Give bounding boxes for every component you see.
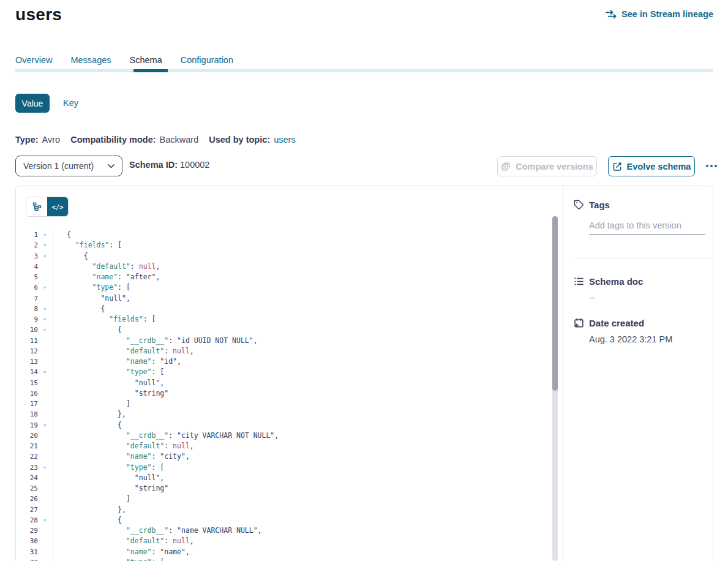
compare-versions-label: Compare versions — [516, 162, 593, 171]
evolve-schema-icon — [612, 162, 622, 171]
gutter-line: 3▾ — [16, 251, 53, 262]
tab-overview[interactable]: Overview — [15, 55, 52, 70]
fold-icon[interactable]: ▾ — [38, 254, 51, 259]
schema-doc-value: -- — [589, 293, 595, 303]
gutter: 1▾2▾3▾456▾78▾9▾10▾11121314▾1516171819▾20… — [16, 230, 53, 561]
tab-schema[interactable]: Schema — [130, 55, 162, 70]
code-line[interactable]: "null", — [54, 293, 700, 304]
line-number: 4 — [16, 263, 38, 271]
line-number: 13 — [16, 358, 38, 366]
code-line[interactable]: "type": [ — [54, 462, 700, 473]
evolve-schema-button[interactable]: Evolve schema — [608, 156, 695, 176]
code-view-button[interactable]: </> — [47, 197, 68, 216]
fold-icon[interactable]: ▾ — [38, 518, 51, 523]
compare-versions-button[interactable]: Compare versions — [497, 156, 597, 176]
key-toggle-link[interactable]: Key — [63, 98, 78, 108]
fold-icon[interactable]: ▾ — [38, 327, 51, 333]
version-select[interactable]: Version 1 (current) — [15, 156, 122, 176]
code-line[interactable]: "type": [ — [54, 557, 700, 561]
line-number: 8 — [16, 305, 38, 313]
code-line[interactable]: "__crdb__": "name VARCHAR NULL", — [54, 525, 700, 536]
line-number: 21 — [16, 442, 38, 450]
code-line[interactable]: { — [54, 251, 700, 262]
topic-label: Used by topic: — [209, 135, 270, 145]
code-line[interactable]: "null", — [54, 378, 700, 388]
code-line[interactable]: { — [54, 304, 700, 314]
view-toggle-group: </> — [26, 197, 69, 217]
line-number: 12 — [16, 347, 38, 355]
line-number: 15 — [16, 379, 38, 387]
code-line[interactable]: "name": "city", — [54, 451, 700, 462]
line-number: 17 — [16, 400, 38, 408]
fold-icon[interactable]: ▾ — [38, 369, 51, 375]
code-line[interactable]: { — [54, 420, 700, 431]
schema-doc-title: Schema doc — [589, 276, 643, 287]
gutter-line: 19▾ — [16, 420, 53, 431]
gutter-line: 8▾ — [16, 304, 53, 314]
gutter-line: 27 — [16, 505, 53, 515]
tags-input[interactable] — [589, 219, 705, 235]
line-number: 31 — [16, 548, 38, 556]
fold-icon[interactable]: ▾ — [38, 306, 51, 312]
code-line[interactable]: "name": "id", — [54, 356, 700, 367]
code-line[interactable]: }, — [54, 505, 700, 515]
editor-scrollbar-thumb[interactable] — [552, 216, 558, 391]
line-number: 9 — [16, 315, 38, 323]
fold-icon[interactable]: ▾ — [38, 232, 51, 238]
code-line[interactable]: ] — [54, 494, 700, 504]
fold-icon[interactable]: ▾ — [38, 243, 51, 248]
gutter-line: 11 — [16, 336, 53, 346]
fold-icon[interactable]: ▾ — [38, 423, 51, 428]
fold-icon[interactable]: ▾ — [38, 317, 51, 322]
code-line[interactable]: "null", — [54, 473, 700, 483]
page-title: users — [15, 5, 62, 24]
code-line[interactable]: "string" — [54, 388, 700, 399]
code-view-icon: </> — [52, 203, 64, 211]
stream-lineage-label: See in Stream lineage — [621, 9, 713, 19]
gutter-line: 10▾ — [16, 325, 53, 335]
code-line[interactable]: "default": null, — [54, 536, 700, 546]
compat-label: Compatibility mode: — [70, 135, 156, 145]
code-line[interactable]: "default": null, — [54, 346, 700, 356]
tab-bar: Overview Messages Schema Configuration — [15, 55, 233, 70]
gutter-line: 24 — [16, 473, 53, 483]
line-number: 32 — [16, 559, 38, 561]
gutter-line: 1▾ — [16, 230, 53, 240]
fold-icon[interactable]: ▾ — [38, 465, 51, 470]
code-line[interactable]: "default": null, — [54, 262, 700, 272]
list-icon — [574, 276, 584, 287]
line-number: 11 — [16, 337, 38, 345]
gutter-line: 13 — [16, 356, 53, 367]
code-line[interactable]: "name": "name", — [54, 547, 700, 557]
schema-id-label: Schema ID: — [129, 160, 178, 170]
tag-icon — [574, 200, 584, 210]
tree-view-button[interactable] — [26, 197, 47, 216]
value-toggle-button[interactable]: Value — [15, 94, 50, 113]
code-line[interactable]: "default": null, — [54, 441, 700, 451]
more-actions-button[interactable] — [702, 156, 721, 176]
gutter-line: 29 — [16, 525, 53, 536]
line-number: 6 — [16, 284, 38, 292]
gutter-line: 7 — [16, 293, 53, 304]
code-line[interactable]: "__crdb__": "city VARCHAR NOT NULL", — [54, 431, 700, 441]
fold-icon[interactable]: ▾ — [38, 285, 51, 290]
code-line[interactable]: "string" — [54, 483, 700, 494]
type-label: Type: — [15, 135, 39, 145]
stream-lineage-link[interactable]: See in Stream lineage — [606, 9, 713, 19]
gutter-line: 17 — [16, 399, 53, 409]
topic-link[interactable]: users — [274, 135, 295, 145]
code-line[interactable]: ] — [54, 399, 700, 409]
code-line[interactable]: "type": [ — [54, 367, 700, 377]
code-line[interactable]: "fields": [ — [54, 240, 700, 250]
tab-messages[interactable]: Messages — [70, 55, 111, 70]
gutter-line: 23▾ — [16, 462, 53, 473]
line-number: 26 — [16, 495, 38, 503]
line-number: 16 — [16, 390, 38, 397]
code-line[interactable]: { — [54, 515, 700, 525]
version-select-value: Version 1 (current) — [23, 161, 103, 171]
line-number: 3 — [16, 252, 38, 260]
code-line[interactable]: }, — [54, 409, 700, 420]
evolve-schema-label: Evolve schema — [627, 162, 691, 171]
editor-scrollbar-track[interactable] — [552, 216, 558, 561]
tab-configuration[interactable]: Configuration — [181, 55, 233, 70]
